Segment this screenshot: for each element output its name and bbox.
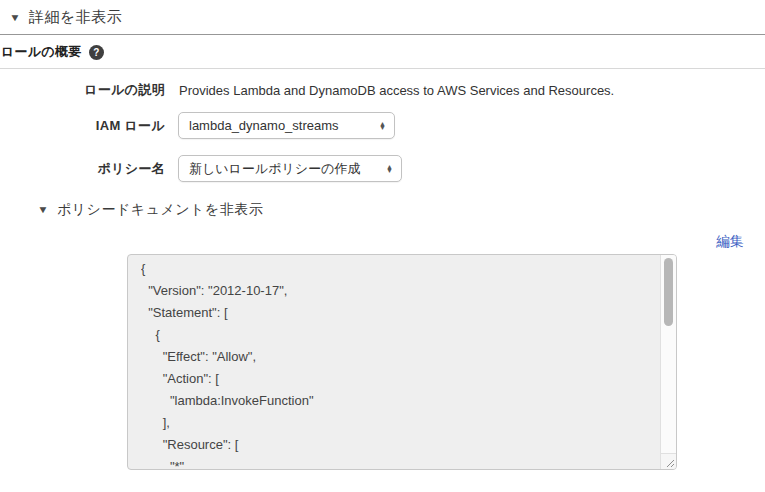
resize-grip[interactable] xyxy=(660,453,676,469)
select-stepper-icon: ▲ ▼ xyxy=(386,165,393,173)
details-toggle[interactable]: ▼ 詳細を非表示 xyxy=(10,8,765,27)
role-form: ロールの説明 Provides Lambda and DynamoDB acce… xyxy=(0,81,765,182)
role-summary-header: ロールの概要 ? xyxy=(1,44,765,60)
divider-light xyxy=(0,68,765,69)
select-stepper-icon: ▲ ▼ xyxy=(379,122,386,130)
iam-role-select[interactable]: lambda_dynamo_streams ▲ ▼ xyxy=(178,112,395,139)
policy-document-textarea[interactable]: { "Version": "2012-10-17", "Statement": … xyxy=(127,254,677,470)
role-description-row: ロールの説明 Provides Lambda and DynamoDB acce… xyxy=(0,81,765,99)
role-description-label: ロールの説明 xyxy=(0,81,165,99)
triangle-down-icon: ▼ xyxy=(37,205,48,215)
policy-document-toggle[interactable]: ▼ ポリシードキュメントを非表示 xyxy=(38,201,765,219)
policy-name-label: ポリシー名 xyxy=(0,160,165,178)
edit-link-row: 編集 xyxy=(0,232,765,249)
policy-document-toggle-label: ポリシードキュメントを非表示 xyxy=(57,201,263,219)
triangle-down-icon: ▼ xyxy=(9,13,20,23)
divider-dark xyxy=(0,34,765,35)
iam-role-label: IAM ロール xyxy=(0,117,165,135)
stepper-down-icon: ▼ xyxy=(379,126,386,130)
role-description-value: Provides Lambda and DynamoDB access to A… xyxy=(179,83,614,98)
resize-grip-icon xyxy=(664,457,676,469)
help-icon[interactable]: ? xyxy=(89,45,104,60)
stepper-down-icon: ▼ xyxy=(386,169,393,173)
iam-role-row: IAM ロール lambda_dynamo_streams ▲ ▼ xyxy=(0,112,765,139)
policy-name-row: ポリシー名 新しいロールポリシーの作成 ▲ ▼ xyxy=(0,155,765,182)
section-title: ロールの概要 xyxy=(1,43,82,61)
policy-name-select[interactable]: 新しいロールポリシーの作成 ▲ ▼ xyxy=(178,155,402,182)
policy-document-text: { "Version": "2012-10-17", "Statement": … xyxy=(141,258,658,469)
policy-name-selected-value: 新しいロールポリシーの作成 xyxy=(189,160,360,178)
vertical-scrollbar[interactable] xyxy=(660,255,676,453)
role-details-panel: ▼ 詳細を非表示 ロールの概要 ? ロールの説明 Provides Lambda… xyxy=(0,8,765,249)
scrollbar-thumb[interactable] xyxy=(664,258,673,326)
details-toggle-label: 詳細を非表示 xyxy=(29,8,122,27)
edit-policy-link[interactable]: 編集 xyxy=(716,233,744,249)
iam-role-selected-value: lambda_dynamo_streams xyxy=(189,118,339,133)
